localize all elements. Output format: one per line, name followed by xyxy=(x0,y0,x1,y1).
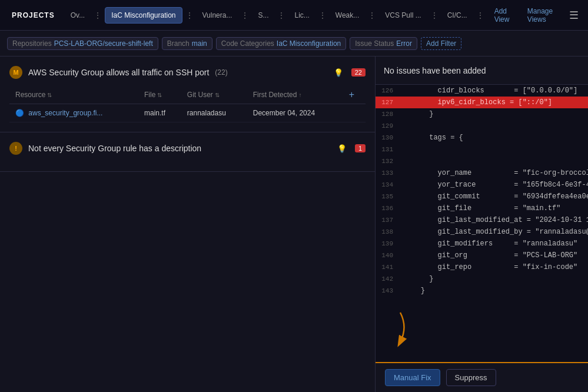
line-number: 132 xyxy=(376,158,399,165)
issue-card-header: M AWS Security Group allows all traffic … xyxy=(9,66,366,79)
right-panel: No issues have been added Submit ∨ 126 c… xyxy=(376,57,588,392)
line-number: 127 xyxy=(376,99,399,106)
tab-overview-menu[interactable]: ⋮ xyxy=(92,8,104,22)
tab-vcs-menu[interactable]: ⋮ xyxy=(428,8,440,22)
resource-icon: 🔵 xyxy=(15,109,24,117)
right-panel-header: No issues have been added Submit ∨ xyxy=(376,57,588,85)
tab-s-menu[interactable]: ⋮ xyxy=(275,8,287,22)
line-content: cidr_blocks = ["0.0.0.0/0"] xyxy=(399,87,577,95)
code-categories-filter[interactable]: Code Categories IaC Misconfiguration xyxy=(216,37,346,50)
issue-2-badge: 1 xyxy=(355,144,366,152)
issue-status-value: Error xyxy=(396,39,412,48)
top-navigation: PROJECTS Ov... ⋮ IaC Misconfiguration ⋮ … xyxy=(0,0,588,31)
line-number: 135 xyxy=(376,193,399,200)
sort-file-icon: ⇅ xyxy=(157,92,162,98)
line-number: 130 xyxy=(376,134,399,141)
table-row[interactable]: 🔵 aws_security_group.fi... main.tf ranna… xyxy=(9,104,366,122)
code-editor[interactable]: 126 cidr_blocks = ["0.0.0.0/0"]127 ipv6_… xyxy=(376,85,588,362)
add-view-button[interactable]: Add View xyxy=(489,7,520,24)
line-number: 131 xyxy=(376,146,399,153)
tab-vuln[interactable]: Vulnera... xyxy=(197,8,238,23)
code-categories-value: IaC Misconfiguration xyxy=(277,39,341,48)
line-number: 138 xyxy=(376,228,399,235)
code-line-126: 126 cidr_blocks = ["0.0.0.0/0"] xyxy=(376,85,588,97)
col-file[interactable]: File ⇅ xyxy=(138,86,181,104)
tab-vuln-menu[interactable]: ⋮ xyxy=(239,8,251,22)
sort-git-icon: ⇅ xyxy=(215,92,220,98)
repositories-value: PCS-LAB-ORG/secure-shift-left xyxy=(54,39,153,48)
line-content: } xyxy=(399,110,433,118)
action-bar: Manual Fix Suppress xyxy=(376,362,588,392)
sort-detected-icon: ↑ xyxy=(298,92,301,98)
code-line-138: 138 git_last_modified_by = "rannaladasu@… xyxy=(376,226,588,238)
tab-ci[interactable]: CI/C... xyxy=(441,8,473,23)
manual-fix-button[interactable]: Manual Fix xyxy=(385,369,440,386)
line-content: git_commit = "6934dfefea4ea0efb1ab97ca70… xyxy=(399,192,588,201)
line-content: } xyxy=(399,275,433,283)
line-number: 141 xyxy=(376,264,399,271)
issue-table: Resource ⇅ File ⇅ Git Us xyxy=(9,86,366,122)
line-content: git_repo = "fix-in-code" xyxy=(399,263,577,271)
branch-value: main xyxy=(192,39,207,48)
issue-severity-icon: M xyxy=(9,66,22,79)
issue-2-title: Not every Security Group rule has a desc… xyxy=(28,144,201,153)
tab-overview[interactable]: Ov... xyxy=(65,8,91,23)
add-filter-button[interactable]: Add Filter xyxy=(421,37,461,50)
filter-bar: Repositories PCS-LAB-ORG/secure-shift-le… xyxy=(0,31,588,57)
cell-resource: 🔵 aws_security_group.fi... xyxy=(9,104,138,122)
col-first-detected[interactable]: First Detected ↑ xyxy=(247,86,343,104)
issue-2-severity-icon: ! xyxy=(9,142,22,155)
right-panel-wrapper: 126 cidr_blocks = ["0.0.0.0/0"]127 ipv6_… xyxy=(376,85,588,392)
branch-label: Branch xyxy=(167,39,190,48)
code-line-142: 142 } xyxy=(376,273,588,285)
tab-iac[interactable]: IaC Misconfiguration xyxy=(105,7,182,24)
code-line-129: 129 xyxy=(376,120,588,132)
line-number: 134 xyxy=(376,181,399,188)
tab-s[interactable]: S... xyxy=(252,8,274,23)
issue-bulb-icon[interactable]: 💡 xyxy=(334,68,343,77)
line-number: 126 xyxy=(376,87,399,94)
issue-card-sg-desc: ! Not every Security Group rule has a de… xyxy=(0,132,375,172)
line-content: git_modifiers = "rannaladasu" xyxy=(399,240,577,248)
manage-views-button[interactable]: Manage Views xyxy=(521,7,564,24)
cell-git-user: rannaladasu xyxy=(181,104,247,122)
cell-first-detected: December 04, 2024 xyxy=(247,104,343,122)
code-line-135: 135 git_commit = "6934dfefea4ea0efb1ab97… xyxy=(376,191,588,202)
nav-hamburger-icon[interactable]: ☰ xyxy=(566,9,582,22)
issue-status-filter[interactable]: Issue Status Error xyxy=(350,37,417,50)
suppress-button[interactable]: Suppress xyxy=(446,369,496,386)
code-line-128: 128 } xyxy=(376,108,588,120)
tab-lic-menu[interactable]: ⋮ xyxy=(317,8,328,22)
line-content: git_org = "PCS-LAB-ORG" xyxy=(399,251,577,260)
app-logo: PROJECTS xyxy=(6,11,61,19)
tab-ci-menu[interactable]: ⋮ xyxy=(474,8,486,22)
issue-card-2-header: ! Not every Security Group rule has a de… xyxy=(9,142,366,155)
issue-card-aws-sg: M AWS Security Group allows all traffic … xyxy=(0,57,375,132)
line-content: tags = { xyxy=(399,134,463,142)
issue-count-label: (22) xyxy=(215,68,227,77)
repositories-filter[interactable]: Repositories PCS-LAB-ORG/secure-shift-le… xyxy=(7,37,158,50)
tab-iac-menu[interactable]: ⋮ xyxy=(184,8,195,22)
cell-file: main.tf xyxy=(138,104,181,122)
tab-vcs[interactable]: VCS Pull ... xyxy=(379,8,427,23)
line-content: } xyxy=(399,287,425,295)
issue-2-bulb-icon[interactable]: 💡 xyxy=(337,144,347,153)
tab-lic[interactable]: Lic... xyxy=(288,8,315,23)
code-line-136: 136 git_file = "main.tf" xyxy=(376,202,588,214)
tab-weak-menu[interactable]: ⋮ xyxy=(366,8,378,22)
code-line-134: 134 yor_trace = "165fb8c4-6e3f-451a-a913… xyxy=(376,179,588,191)
code-line-130: 130 tags = { xyxy=(376,132,588,144)
line-content: git_file = "main.tf" xyxy=(399,204,560,212)
col-git-user[interactable]: Git User ⇅ xyxy=(181,86,247,104)
code-line-139: 139 git_modifiers = "rannaladasu" xyxy=(376,238,588,250)
code-line-131: 131 xyxy=(376,144,588,155)
tab-weak[interactable]: Weak... xyxy=(330,8,365,23)
code-categories-label: Code Categories xyxy=(221,39,274,48)
line-content: yor_trace = "165fb8c4-6e3f-451a-a913-5e6… xyxy=(399,181,588,189)
branch-filter[interactable]: Branch main xyxy=(162,37,212,50)
line-number: 129 xyxy=(376,122,399,129)
line-number: 133 xyxy=(376,170,399,177)
col-resource[interactable]: Resource ⇅ xyxy=(9,86,138,104)
col-add[interactable]: + xyxy=(343,86,366,104)
code-line-127: 127 ipv6_cidr_blocks = ["::/0"] xyxy=(376,97,588,108)
